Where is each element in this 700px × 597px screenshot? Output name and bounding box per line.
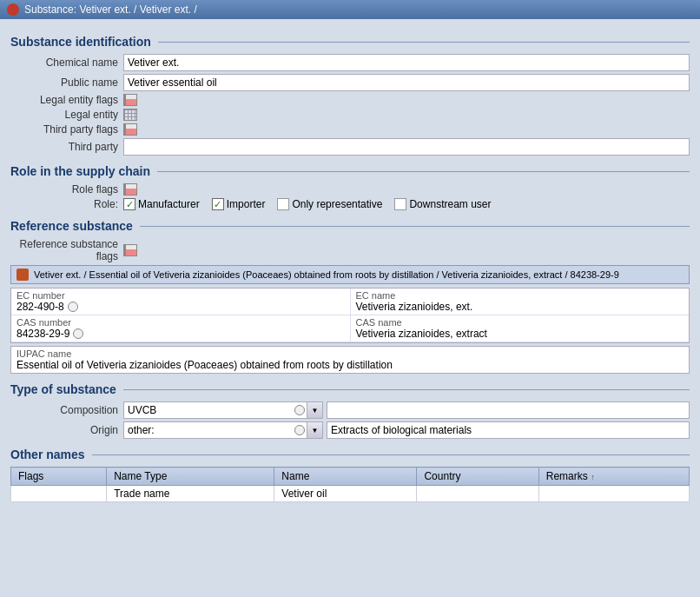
- composition-row: Composition ▼: [10, 401, 690, 419]
- cas-number-label: CAS number: [17, 317, 345, 328]
- col-flags: Flags: [11, 468, 107, 486]
- legal-entity-grid-icon: [123, 109, 137, 121]
- composition-label: Composition: [10, 404, 123, 416]
- ec-number-label: EC number: [17, 290, 345, 301]
- row-name: Vetiver oil: [274, 486, 417, 502]
- reference-substance-flags-container: [123, 244, 690, 256]
- manufacturer-label: Manufacturer: [138, 198, 200, 210]
- composition-input-wrapper: ▼: [123, 401, 323, 419]
- ec-name-label: EC name: [356, 290, 684, 301]
- col-name-type: Name Type: [107, 468, 274, 486]
- ref-substance-icon: [17, 269, 29, 281]
- cas-name-value: Vetiveria zizanioides, extract: [356, 328, 684, 340]
- iupac-row: IUPAC name Essential oil of Vetiveria zi…: [10, 346, 690, 374]
- row-country: [417, 486, 538, 502]
- ec-name-cell: EC name Vetiveria zizanioides, ext.: [351, 289, 690, 315]
- composition-search-icon[interactable]: [294, 405, 305, 415]
- cas-name-label: CAS name: [356, 317, 684, 328]
- legal-entity-flags-row: Legal entity flags: [10, 94, 690, 106]
- role-label: Role:: [10, 198, 123, 210]
- role-flags-label: Role flags: [10, 183, 123, 196]
- chemical-name-row: Chemical name: [10, 54, 690, 71]
- ec-cas-grid: EC number 282-490-8 EC name Vetiveria zi…: [10, 288, 690, 343]
- legal-entity-flag-icon: [123, 94, 137, 106]
- origin-input-wrapper: ▼: [123, 421, 323, 439]
- col-remarks[interactable]: Remarks ↑: [538, 468, 689, 486]
- chemical-name-label: Chemical name: [10, 56, 123, 69]
- origin-input[interactable]: [124, 422, 293, 438]
- downstream-user-checkbox[interactable]: [394, 198, 406, 210]
- role-flags-container: [123, 183, 690, 196]
- legal-entity-flags-container: [123, 94, 690, 106]
- reference-substance-text: Vetiver ext. / Essential oil of Vetiveri…: [34, 269, 619, 280]
- only-representative-checkbox[interactable]: [277, 198, 289, 210]
- cas-row: CAS number 84238-29-9 CAS name Vetiveria…: [11, 315, 689, 342]
- cas-search-icon[interactable]: [73, 328, 83, 339]
- reference-substance-header: Reference substance: [10, 219, 690, 233]
- only-representative-label: Only representative: [292, 198, 382, 210]
- ec-number-value-row: 282-490-8: [17, 301, 345, 313]
- other-names-header: Other names: [10, 448, 690, 461]
- role-checkbox-group: ✓ Manufacturer ✓ Importer Only represent…: [123, 198, 491, 210]
- downstream-user-checkbox-item: Downstream user: [394, 198, 491, 210]
- cas-number-value: 84238-29-9: [17, 328, 69, 340]
- app-icon: [7, 3, 19, 16]
- manufacturer-checkbox-item: ✓ Manufacturer: [123, 198, 200, 210]
- table-row: Trade name Vetiver oil: [11, 486, 690, 502]
- legal-entity-container: [123, 109, 690, 121]
- ec-search-icon[interactable]: [68, 302, 78, 312]
- third-party-flags-container: [123, 123, 690, 136]
- remarks-sort-icon: ↑: [591, 473, 595, 481]
- legal-entity-row: Legal entity: [10, 109, 690, 121]
- importer-checkbox-item: ✓ Importer: [212, 198, 266, 210]
- iupac-label: IUPAC name: [17, 348, 683, 359]
- origin-extra-input[interactable]: [327, 421, 690, 439]
- row-name-type: Trade name: [107, 486, 274, 502]
- type-of-substance-header: Type of substance: [10, 382, 690, 396]
- third-party-label: Third party: [10, 141, 123, 153]
- ec-name-value: Vetiveria zizanioides, ext.: [356, 301, 684, 313]
- reference-substance-flag-icon: [123, 244, 137, 256]
- reference-substance-bar[interactable]: Vetiver ext. / Essential oil of Vetiveri…: [10, 265, 690, 284]
- origin-dropdown-btn[interactable]: ▼: [307, 422, 322, 438]
- public-name-label: Public name: [10, 76, 123, 89]
- row-flags: [11, 486, 107, 502]
- downstream-user-label: Downstream user: [409, 198, 491, 210]
- ec-row: EC number 282-490-8 EC name Vetiveria zi…: [11, 289, 689, 315]
- role-flag-icon: [123, 183, 137, 196]
- third-party-flags-row: Third party flags: [10, 123, 690, 136]
- composition-extra: [327, 401, 690, 419]
- substance-identification-header: Substance identification: [10, 35, 690, 49]
- col-name: Name: [274, 468, 417, 486]
- importer-checkbox[interactable]: ✓: [212, 198, 224, 210]
- other-names-header-row: Flags Name Type Name Country Remarks ↑: [11, 468, 690, 486]
- public-name-input[interactable]: [123, 74, 690, 91]
- third-party-row: Third party: [10, 138, 690, 156]
- other-names-table: Flags Name Type Name Country Remarks ↑: [10, 467, 690, 502]
- third-party-input[interactable]: [123, 138, 690, 156]
- importer-label: Importer: [227, 198, 266, 210]
- main-content: Substance identification Chemical name P…: [0, 19, 700, 509]
- cas-number-value-row: 84238-29-9: [17, 328, 345, 340]
- role-supply-chain-header: Role in the supply chain: [10, 164, 690, 178]
- only-representative-checkbox-item: Only representative: [277, 198, 382, 210]
- third-party-flags-label: Third party flags: [10, 123, 123, 136]
- title-bar-label: Substance: Vetiver ext. / Vetiver ext. /: [24, 3, 197, 16]
- origin-search-icon[interactable]: [294, 425, 305, 435]
- public-name-row: Public name: [10, 74, 690, 91]
- iupac-value: Essential oil of Vetiveria zizanioides (…: [17, 359, 683, 371]
- composition-input[interactable]: [124, 402, 293, 418]
- third-party-flag-icon: [123, 123, 137, 136]
- legal-entity-label: Legal entity: [10, 109, 123, 121]
- role-flags-row: Role flags: [10, 183, 690, 196]
- col-country: Country: [417, 468, 538, 486]
- ec-number-cell: EC number 282-490-8: [11, 289, 351, 315]
- chemical-name-input[interactable]: [123, 54, 690, 71]
- title-bar: Substance: Vetiver ext. / Vetiver ext. /: [0, 0, 700, 19]
- manufacturer-checkbox[interactable]: ✓: [123, 198, 135, 210]
- origin-row: Origin ▼: [10, 421, 690, 439]
- composition-dropdown-btn[interactable]: ▼: [307, 402, 322, 418]
- role-checkboxes-row: Role: ✓ Manufacturer ✓ Importer Only rep…: [10, 198, 690, 210]
- legal-entity-flags-label: Legal entity flags: [10, 94, 123, 106]
- cas-number-cell: CAS number 84238-29-9: [11, 315, 351, 342]
